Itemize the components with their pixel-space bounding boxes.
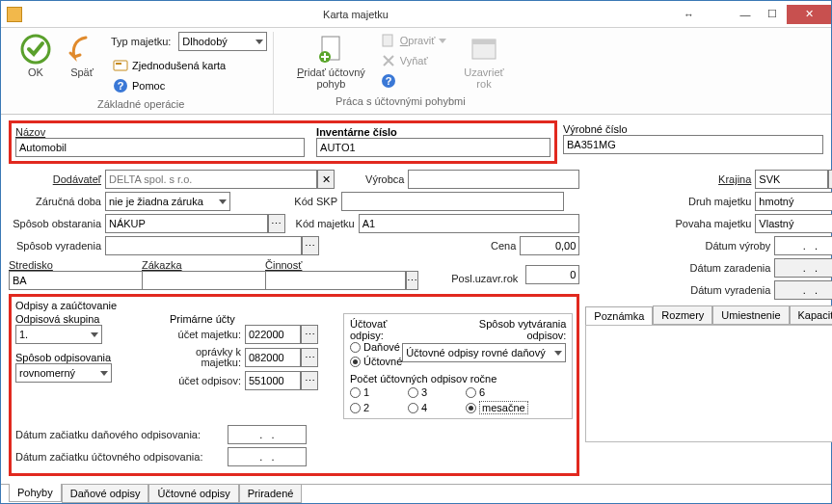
ribbon-group-caption: Práca s účtovnými pohybmi	[285, 92, 515, 109]
acct-dep-input[interactable]	[245, 371, 301, 390]
tab-note[interactable]: Poznámka	[585, 306, 653, 325]
ribbon: OK Späť Typ majetku: Dlhodobý	[1, 28, 831, 115]
minimize-button[interactable]: —	[733, 5, 758, 24]
asset-type-label: Typ majetku:	[111, 36, 174, 47]
bottom-tab-assigned[interactable]: Priradené	[239, 485, 303, 503]
book-acc-radio[interactable]: Účtovné	[350, 356, 402, 367]
count-1-radio[interactable]: 1	[350, 386, 408, 398]
count-monthly-radio[interactable]: mesačne	[466, 401, 543, 414]
help-icon: ?	[113, 78, 128, 93]
acct-asset-input[interactable]	[245, 325, 301, 344]
last-close-year-input[interactable]	[525, 265, 579, 284]
document-plus-icon	[315, 34, 346, 65]
remove-icon	[381, 53, 396, 68]
price-label: Cena	[481, 240, 520, 252]
help2-button[interactable]: ?	[379, 72, 449, 90]
inventory-number-label: Inventárne číslo	[316, 126, 550, 138]
resize-handle-icon[interactable]: ↔	[684, 9, 692, 20]
acct-asset-lookup-button[interactable]: ⋯	[301, 325, 318, 344]
back-button[interactable]: Späť	[61, 32, 103, 80]
help-icon: ?	[381, 73, 396, 89]
close-button[interactable]: ✕	[787, 5, 831, 24]
serial-number-label: Výrobné číslo	[563, 123, 823, 135]
tab-capacity[interactable]: Kapacita	[790, 305, 833, 324]
acct-dep-lookup-button[interactable]: ⋯	[301, 371, 318, 390]
acc-start-input[interactable]	[228, 447, 307, 466]
inventory-number-input[interactable]	[316, 138, 550, 157]
count-3-radio[interactable]: 3	[408, 386, 466, 398]
serial-number-input[interactable]	[563, 135, 823, 154]
dep-group-select[interactable]: 1.	[15, 325, 102, 344]
asset-type-select[interactable]: Dlhodobý	[178, 32, 267, 51]
asset-nature-select[interactable]: Vlastný	[755, 214, 832, 233]
center-label: Stredisko	[9, 259, 134, 271]
obtain-input[interactable]	[105, 214, 268, 233]
dep-method-select[interactable]: rovnomerný	[15, 363, 112, 383]
dep-method-label: Spôsob odpisovania	[15, 352, 160, 363]
tax-start-input[interactable]	[228, 425, 307, 444]
ok-button[interactable]: OK	[14, 32, 57, 80]
discard-lookup-button[interactable]: ⋯	[302, 236, 319, 255]
svg-rect-11	[472, 40, 496, 44]
dep-count-label: Počet účtovných odpisov ročne	[350, 373, 566, 385]
obtain-label: Spôsob obstarania	[9, 218, 105, 229]
center-input[interactable]	[9, 271, 149, 290]
simplified-card-button[interactable]: Zjednodušená karta	[111, 57, 267, 74]
note-textarea[interactable]	[585, 325, 832, 442]
edit-button[interactable]: Opraviť	[379, 32, 449, 49]
asset-kind-select[interactable]: hmotný	[755, 192, 832, 211]
supplier-clear-button[interactable]: ✕	[317, 170, 335, 189]
create-method-select[interactable]: Účtovné odpisy rovné daňový	[402, 343, 566, 362]
count-6-radio[interactable]: 6	[466, 386, 543, 398]
count-4-radio[interactable]: 4	[408, 401, 466, 414]
country-input[interactable]	[755, 170, 828, 189]
help-button[interactable]: ? Pomoc	[111, 77, 267, 94]
tab-dimensions[interactable]: Rozmery	[653, 305, 712, 324]
radio-icon	[350, 387, 361, 398]
card-icon	[113, 58, 128, 73]
acct-corr-lookup-button[interactable]: ⋯	[301, 348, 318, 367]
obtain-lookup-button[interactable]: ⋯	[268, 214, 285, 233]
supplier-label: Dodávateľ	[9, 173, 105, 185]
asset-code-input[interactable]	[359, 214, 580, 233]
price-input[interactable]	[520, 236, 579, 255]
bottom-tab-tax-dep[interactable]: Daňové odpisy	[62, 485, 149, 503]
supplier-input[interactable]	[105, 170, 317, 189]
radio-icon	[466, 387, 476, 398]
bottom-tab-acc-dep[interactable]: Účtovné odpisy	[148, 485, 238, 503]
discard-input[interactable]	[105, 236, 302, 255]
date-in-input[interactable]	[774, 258, 832, 278]
discard-label: Spôsob vyradenia	[9, 240, 105, 252]
acct-corr-input[interactable]	[245, 348, 301, 367]
document-edit-icon	[381, 33, 396, 48]
window-title: Karta majetku	[28, 9, 684, 20]
made-date-input[interactable]	[774, 236, 832, 255]
skp-input[interactable]	[341, 192, 564, 211]
tab-location[interactable]: Umiestnenie	[712, 305, 789, 324]
chevron-down-icon	[554, 351, 562, 356]
maker-label: Výrobca	[335, 173, 408, 185]
chevron-down-icon	[91, 332, 98, 337]
asset-nature-label: Povaha majetku	[664, 218, 755, 229]
chevron-down-icon	[439, 39, 446, 43]
count-2-radio[interactable]: 2	[350, 401, 408, 414]
warranty-select[interactable]: nie je žiadna záruka	[105, 192, 230, 211]
activity-label: Činnosť	[265, 259, 381, 271]
order-label: Zákazka	[142, 259, 257, 271]
maker-input[interactable]	[408, 170, 579, 189]
name-input[interactable]	[15, 138, 305, 157]
book-tax-radio[interactable]: Daňové	[350, 341, 400, 353]
order-input[interactable]	[142, 271, 282, 290]
bottom-tab-moves[interactable]: Pohyby	[9, 484, 62, 502]
svg-text:?: ?	[118, 80, 124, 92]
remove-button[interactable]: Vyňať	[379, 52, 449, 69]
check-circle-icon	[20, 34, 51, 65]
close-year-button[interactable]: Uzavrieťrok	[458, 32, 509, 92]
svg-rect-7	[383, 35, 392, 46]
country-lookup-button[interactable]: ⋯	[828, 170, 832, 189]
add-move-button[interactable]: Pridať účtovnýpohyb	[291, 32, 371, 92]
activity-input[interactable]	[265, 271, 406, 290]
date-out-input[interactable]	[774, 280, 832, 300]
maximize-button[interactable]: ☐	[760, 5, 785, 24]
radio-icon	[408, 403, 418, 413]
